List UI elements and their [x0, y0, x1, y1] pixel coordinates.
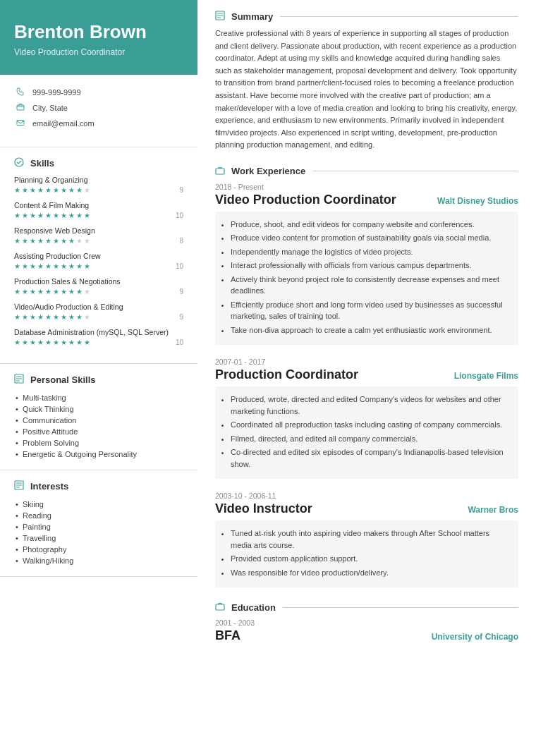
svg-rect-0: [17, 105, 24, 110]
phone-icon: [14, 87, 27, 97]
education-item: 2001 - 2003 BFA University of Chicago: [215, 618, 518, 643]
list-item: Energetic & Outgoing Personality: [14, 449, 183, 460]
personal-skills-title: Personal Skills: [14, 374, 183, 385]
work-date: 2007-01 - 2017: [215, 358, 518, 366]
work-title: Video Instructor: [215, 501, 312, 516]
skill-stars: ★★★★★★★★★★: [14, 212, 90, 219]
skill-row: Production Sales & Negotiations ★★★★★★★★…: [14, 277, 183, 295]
sidebar-header: Brenton Brown Video Production Coordinat…: [0, 0, 197, 75]
work-section-title: Work Experience: [215, 166, 518, 177]
skills-title: Skills: [14, 157, 183, 169]
edu-date: 2001 - 2003: [215, 618, 518, 627]
skill-row: Assisting Production Crew ★★★★★★★★★★ 10: [14, 252, 183, 270]
work-item: 2003-10 - 2006-11 Video Instructor Warne…: [215, 492, 518, 587]
interests-list: Skiing Reading Painting Travelling Photo…: [14, 499, 183, 566]
work-title: Video Production Coordinator: [215, 193, 396, 207]
list-item: Co-directed and edited six episodes of c…: [231, 446, 511, 470]
location-value: City, State: [32, 104, 68, 112]
skills-list: Planning & Organizing ★★★★★★★★★★ 9 Conte…: [14, 176, 183, 346]
work-icon: [215, 166, 226, 177]
work-company: Walt Disney Studios: [437, 196, 518, 206]
summary-icon: [215, 11, 226, 22]
email-value: email@email.com: [32, 119, 95, 128]
personal-skills-list: Multi-tasking Quick Thinking Communicati…: [14, 392, 183, 460]
email-icon: [14, 118, 27, 128]
skill-name: Video/Audio Production & Editing: [14, 303, 183, 311]
personal-skills-icon: [14, 374, 25, 385]
contact-info: 999-999-9999 City, State email@email.com: [0, 75, 197, 147]
summary-section-title: Summary: [215, 11, 518, 22]
skill-name: Production Sales & Negotiations: [14, 277, 183, 286]
work-bullets: Produced, wrote, directed and edited Com…: [215, 386, 518, 479]
sidebar: Brenton Brown Video Production Coordinat…: [0, 0, 197, 756]
skill-stars: ★★★★★★★★★★: [14, 313, 90, 321]
work-header: Video Instructor Warner Bros: [215, 501, 518, 516]
skill-row: Video/Audio Production & Editing ★★★★★★★…: [14, 303, 183, 321]
education-section: Education 2001 - 2003 BFA University of …: [215, 602, 518, 643]
interests-title: Interests: [14, 480, 183, 492]
work-date: 2003-10 - 2006-11: [215, 492, 518, 500]
list-item: Was responsible for video production/del…: [231, 567, 511, 579]
personal-skills-section: Personal Skills Multi-tasking Quick Thin…: [0, 364, 197, 470]
list-item: Actively think beyond project role to co…: [231, 274, 511, 297]
email-contact: email@email.com: [14, 118, 183, 128]
svg-rect-6: [216, 169, 224, 174]
list-item: Skiing: [14, 499, 183, 510]
list-item: Multi-tasking: [14, 392, 183, 403]
phone-contact: 999-999-9999: [14, 87, 183, 97]
skill-stars-row: ★★★★★★★★★★ 9: [14, 288, 183, 295]
main-content: Summary Creative professional with 8 yea…: [197, 0, 536, 756]
skill-name: Content & Film Making: [14, 201, 183, 209]
list-item: Coordinated all preproduction tasks incl…: [231, 419, 511, 431]
skill-name: Responsive Web Design: [14, 226, 183, 235]
work-bullets: Tuned at-risk youth into aspiring video …: [215, 520, 518, 587]
skill-stars-row: ★★★★★★★★★★ 8: [14, 237, 183, 245]
list-item: Produced, wrote, directed and edited Com…: [231, 394, 511, 417]
candidate-title: Video Production Coordinator: [14, 47, 183, 57]
edu-school: University of Chicago: [432, 632, 518, 642]
work-item: 2007-01 - 2017 Production Coordinator Li…: [215, 358, 518, 479]
list-item: Efficiently produce short and long form …: [231, 299, 511, 322]
list-item: Independently manage the logistics of vi…: [231, 246, 511, 258]
svg-rect-1: [17, 121, 24, 126]
skill-row: Content & Film Making ★★★★★★★★★★ 10: [14, 201, 183, 219]
education-icon: [215, 602, 226, 613]
edu-header: BFA University of Chicago: [215, 628, 518, 643]
work-date: 2018 - Present: [215, 183, 518, 191]
location-contact: City, State: [14, 103, 183, 113]
skill-stars: ★★★★★★★★★★: [14, 339, 90, 346]
list-item: Reading: [14, 510, 183, 521]
list-item: Travelling: [14, 532, 183, 544]
list-item: Produce video content for promotion of s…: [231, 232, 511, 244]
skill-stars: ★★★★★★★★★★: [14, 262, 90, 270]
work-title: Production Coordinator: [215, 367, 358, 382]
skill-name: Assisting Production Crew: [14, 252, 183, 260]
candidate-name: Brenton Brown: [14, 21, 183, 43]
list-item: Provided custom application support.: [231, 553, 511, 565]
list-item: Painting: [14, 521, 183, 532]
list-item: Filmed, directed, and edited all company…: [231, 433, 511, 445]
list-item: Problem Solving: [14, 437, 183, 449]
skill-stars: ★★★★★★★★★★: [14, 288, 90, 295]
work-company: Lionsgate Films: [454, 371, 518, 381]
skill-row: Planning & Organizing ★★★★★★★★★★ 9: [14, 176, 183, 194]
list-item: Photography: [14, 544, 183, 555]
work-company: Warner Bros: [468, 505, 518, 515]
skills-section: Skills Planning & Organizing ★★★★★★★★★★ …: [0, 147, 197, 364]
skill-row: Database Administration (mySQL, SQL Serv…: [14, 328, 183, 346]
list-item: Produce, shoot, and edit videos for comp…: [231, 219, 511, 231]
interests-icon: [14, 480, 25, 492]
list-item: Quick Thinking: [14, 403, 183, 415]
work-experience-section: Work Experience 2018 - Present Video Pro…: [215, 166, 518, 588]
edu-degree: BFA: [215, 628, 240, 643]
skill-stars: ★★★★★★★★★★: [14, 186, 90, 194]
skill-stars-row: ★★★★★★★★★★ 10: [14, 262, 183, 270]
work-item: 2018 - Present Video Production Coordina…: [215, 183, 518, 346]
skill-stars-row: ★★★★★★★★★★ 9: [14, 313, 183, 321]
skill-row: Responsive Web Design ★★★★★★★★★★ 8: [14, 226, 183, 245]
work-bullets: Produce, shoot, and edit videos for comp…: [215, 212, 518, 346]
interests-section: Interests Skiing Reading Painting Travel…: [0, 470, 197, 577]
list-item: Walking/Hiking: [14, 555, 183, 566]
work-header: Video Production Coordinator Walt Disney…: [215, 193, 518, 207]
location-icon: [14, 103, 27, 113]
